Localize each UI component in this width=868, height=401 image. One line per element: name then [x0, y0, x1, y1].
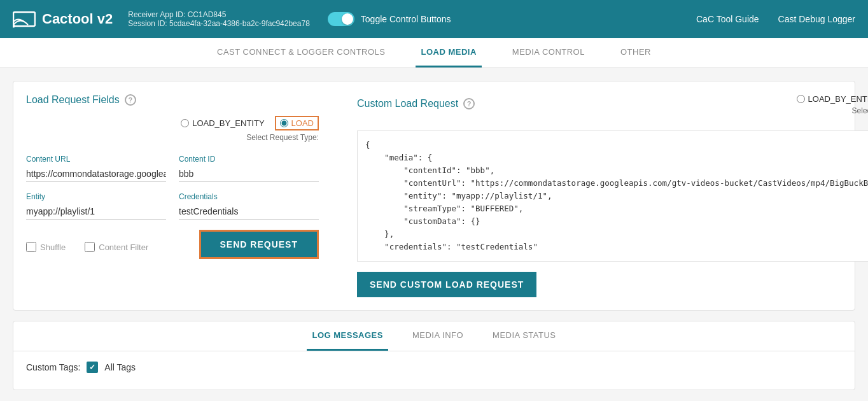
load-request-title-text: Load Request Fields	[26, 94, 120, 106]
content-url-label: Content URL	[26, 155, 166, 164]
header-links: CaC Tool Guide Cast Debug Logger	[696, 14, 855, 24]
main-nav-tabs: CAST CONNECT & LOGGER CONTROLS LOAD MEDI…	[0, 38, 868, 68]
shuffle-checkbox[interactable]: Shuffle	[26, 242, 66, 252]
custom-load-title-text: Custom Load Request	[357, 98, 458, 109]
tab-media-info[interactable]: MEDIA INFO	[407, 321, 468, 351]
left-panel: Load Request Fields ? LOAD_BY_ENTITY LOA…	[26, 94, 319, 297]
toggle-section: Toggle Control Buttons	[328, 12, 451, 26]
send-custom-load-request-button[interactable]: SEND CUSTOM LOAD REQUEST	[357, 272, 536, 297]
send-request-button[interactable]: SEND REQUEST	[199, 230, 319, 259]
help-icon[interactable]: ?	[125, 94, 136, 106]
app-header: Cactool v2 Receiver App ID: CC1AD845 Ses…	[0, 0, 868, 38]
app-logo: Cactool v2	[13, 10, 113, 28]
entity-input[interactable]	[26, 204, 166, 220]
cast-logo-icon	[13, 10, 36, 28]
custom-load-header: Custom Load Request ? LOAD_BY_ENTITY LOA…	[357, 94, 868, 123]
content-url-id-row: Content URL Content ID	[26, 155, 319, 182]
cac-tool-guide-link[interactable]: CaC Tool Guide	[696, 14, 759, 24]
content-url-input[interactable]	[26, 166, 166, 182]
content-id-input[interactable]	[179, 166, 319, 182]
content-filter-checkbox[interactable]: Content Filter	[85, 242, 148, 252]
content-id-label: Content ID	[179, 155, 319, 164]
tab-log-messages[interactable]: LOG MESSAGES	[307, 321, 388, 351]
load-request-fields-title: Load Request Fields ?	[26, 94, 319, 106]
entity-label: Entity	[26, 192, 166, 201]
entity-field: Entity	[26, 192, 166, 220]
tab-cast-connect[interactable]: CAST CONNECT & LOGGER CONTROLS	[212, 38, 390, 67]
bottom-tabs: LOG MESSAGES MEDIA INFO MEDIA STATUS	[13, 321, 855, 351]
custom-load-help-icon[interactable]: ?	[463, 98, 475, 109]
bottom-content: Custom Tags: All Tags	[13, 351, 855, 390]
all-tags-checkbox[interactable]	[87, 362, 98, 373]
custom-load-title: Custom Load Request ?	[357, 98, 475, 109]
radio-load-by-entity[interactable]: LOAD_BY_ENTITY	[181, 118, 264, 128]
right-panel: Custom Load Request ? LOAD_BY_ENTITY LOA…	[357, 94, 868, 297]
custom-tags-label: Custom Tags:	[26, 362, 80, 372]
custom-select-request-type-label: Select Request Type:	[852, 106, 868, 115]
custom-radio-load-by-entity[interactable]: LOAD_BY_ENTITY	[797, 94, 868, 104]
credentials-label: Credentials	[179, 192, 319, 201]
toggle-label: Toggle Control Buttons	[361, 14, 451, 24]
actions-row: Shuffle Content Filter SEND REQUEST	[26, 230, 319, 259]
credentials-input[interactable]	[179, 204, 319, 220]
svg-point-1	[13, 25, 15, 28]
custom-request-type-radio-group: LOAD_BY_ENTITY LOAD	[797, 94, 868, 104]
bottom-section: LOG MESSAGES MEDIA INFO MEDIA STATUS Cus…	[13, 321, 855, 390]
radio-load[interactable]: LOAD	[275, 116, 319, 130]
credentials-field: Credentials	[179, 192, 319, 220]
main-content: Load Request Fields ? LOAD_BY_ENTITY LOA…	[0, 68, 868, 401]
cast-debug-logger-link[interactable]: Cast Debug Logger	[778, 14, 855, 24]
content-id-field: Content ID	[179, 155, 319, 182]
tab-load-media[interactable]: LOAD MEDIA	[416, 38, 481, 67]
select-request-type-label: Select Request Type:	[246, 133, 319, 142]
entity-credentials-row: Entity Credentials	[26, 192, 319, 220]
receiver-app-id: Receiver App ID: CC1AD845	[128, 10, 310, 19]
tab-other[interactable]: OTHER	[615, 38, 656, 67]
tab-media-status[interactable]: MEDIA STATUS	[487, 321, 561, 351]
all-tags-label: All Tags	[104, 362, 136, 372]
load-media-section: Load Request Fields ? LOAD_BY_ENTITY LOA…	[13, 81, 855, 311]
request-type-radio-group: LOAD_BY_ENTITY LOAD	[181, 116, 319, 130]
custom-tags-row: Custom Tags: All Tags	[26, 362, 842, 373]
checkboxes-row: Shuffle Content Filter	[26, 242, 148, 252]
session-id: Session ID: 5cdae4fa-32aa-4386-ba2c-9fac…	[128, 19, 310, 28]
content-url-field: Content URL	[26, 155, 166, 182]
logo-text: Cactool v2	[42, 11, 113, 27]
json-editor[interactable]: { "media": { "contentId": "bbb", "conten…	[357, 130, 868, 262]
header-info: Receiver App ID: CC1AD845 Session ID: 5c…	[128, 10, 310, 28]
tab-media-control[interactable]: MEDIA CONTROL	[507, 38, 590, 67]
toggle-control-buttons[interactable]	[328, 12, 354, 26]
